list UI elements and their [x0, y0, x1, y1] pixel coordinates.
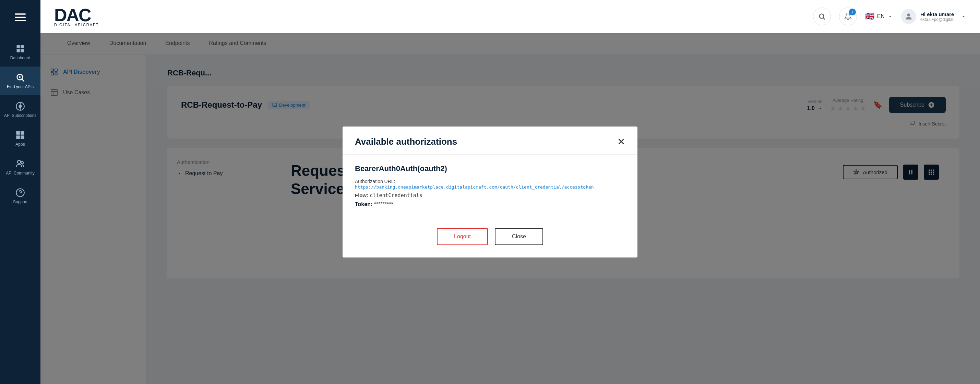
- search-button[interactable]: [813, 8, 831, 25]
- flow-value: clientCredentials: [370, 192, 422, 199]
- language-label: EN: [877, 13, 885, 19]
- modal-header: Available authorizations ✕: [342, 126, 638, 155]
- modal-body: BearerAuth0Auth(oauth2) Authorization UR…: [342, 155, 638, 228]
- auth-section-title: BearerAuth0Auth(oauth2): [355, 164, 625, 173]
- token-label: Token:: [355, 201, 372, 207]
- available-authorizations-modal: Available authorizations ✕ BearerAuth0Au…: [342, 126, 638, 258]
- svg-rect-5: [17, 49, 20, 52]
- token-row: Token: *********: [355, 201, 625, 207]
- menu-icon-button[interactable]: [0, 0, 40, 34]
- flow-label: Flow:: [355, 192, 368, 198]
- sidebar-item-find-apis-label: Find your APIs: [7, 84, 33, 89]
- sidebar-item-api-community-label: API Community: [6, 171, 34, 175]
- svg-rect-4: [21, 45, 24, 48]
- language-selector[interactable]: 🇬🇧 EN: [865, 12, 893, 21]
- sidebar-item-apps-label: Apps: [16, 142, 25, 147]
- svg-point-8: [19, 76, 21, 78]
- header-right: 1 🇬🇧 EN Hi ekta umare ekta.u+pc@digital.…: [813, 8, 966, 25]
- notification-badge: 1: [849, 9, 856, 16]
- svg-rect-14: [16, 131, 20, 135]
- sidebar-item-apps[interactable]: Apps: [0, 124, 40, 153]
- logo-subtitle: DIGITAL APICRAFT: [54, 22, 99, 27]
- svg-point-25: [907, 13, 910, 16]
- auth-flow-row: Flow: clientCredentials: [355, 192, 625, 199]
- user-dropdown-icon: [961, 14, 966, 19]
- user-menu[interactable]: Hi ekta umare ekta.u+pc@digital...: [901, 9, 966, 24]
- svg-point-18: [18, 161, 21, 164]
- modal-close-button[interactable]: ✕: [617, 136, 625, 147]
- svg-rect-1: [15, 16, 26, 18]
- sidebar-item-api-subscriptions-label: API Subscriptions: [4, 113, 37, 118]
- user-avatar: [901, 9, 916, 24]
- svg-rect-24: [846, 13, 849, 15]
- logo-dac: DAC: [54, 6, 99, 24]
- sidebar-item-api-subscriptions[interactable]: API Subscriptions: [0, 95, 40, 124]
- svg-rect-3: [17, 45, 20, 48]
- svg-rect-15: [21, 131, 24, 135]
- flag-icon: 🇬🇧: [865, 12, 874, 21]
- svg-rect-16: [16, 135, 20, 139]
- user-email: ekta.u+pc@digital...: [920, 17, 957, 22]
- svg-rect-2: [15, 20, 26, 21]
- sidebar: Dashboard Find your APIs API Subscriptio…: [0, 0, 40, 384]
- logo: DAC DIGITAL APICRAFT: [54, 6, 99, 27]
- token-value: *********: [374, 201, 393, 207]
- sidebar-item-dashboard[interactable]: Dashboard: [0, 38, 40, 67]
- svg-point-19: [21, 161, 23, 164]
- svg-rect-17: [21, 135, 24, 139]
- close-modal-button[interactable]: Close: [495, 228, 543, 245]
- sidebar-item-find-apis[interactable]: Find your APIs: [0, 67, 40, 95]
- sidebar-item-support[interactable]: Support: [0, 182, 40, 210]
- user-text: Hi ekta umare ekta.u+pc@digital...: [920, 11, 957, 22]
- sidebar-item-dashboard-label: Dashboard: [10, 56, 30, 61]
- sidebar-nav: Dashboard Find your APIs API Subscriptio…: [0, 34, 40, 210]
- logout-button[interactable]: Logout: [437, 228, 488, 245]
- auth-url-value: https://banking.oneapimarketplace.digita…: [355, 185, 594, 190]
- svg-line-9: [22, 79, 24, 81]
- svg-rect-0: [15, 13, 26, 14]
- auth-url-label: Authorization URL:: [355, 178, 395, 184]
- user-greeting: Hi ekta umare: [920, 11, 957, 17]
- sidebar-item-support-label: Support: [13, 199, 27, 204]
- modal-title: Available authorizations: [355, 137, 457, 147]
- svg-line-23: [823, 18, 825, 19]
- modal-footer: Logout Close: [342, 228, 638, 258]
- svg-point-11: [19, 105, 22, 108]
- header: DAC DIGITAL APICRAFT 1 🇬🇧 EN Hi ekta uma…: [40, 0, 980, 33]
- sidebar-item-api-community[interactable]: API Community: [0, 153, 40, 182]
- auth-url-row: Authorization URL: https://banking.oneap…: [355, 178, 625, 190]
- notifications-button[interactable]: 1: [839, 8, 857, 25]
- svg-rect-6: [21, 49, 24, 52]
